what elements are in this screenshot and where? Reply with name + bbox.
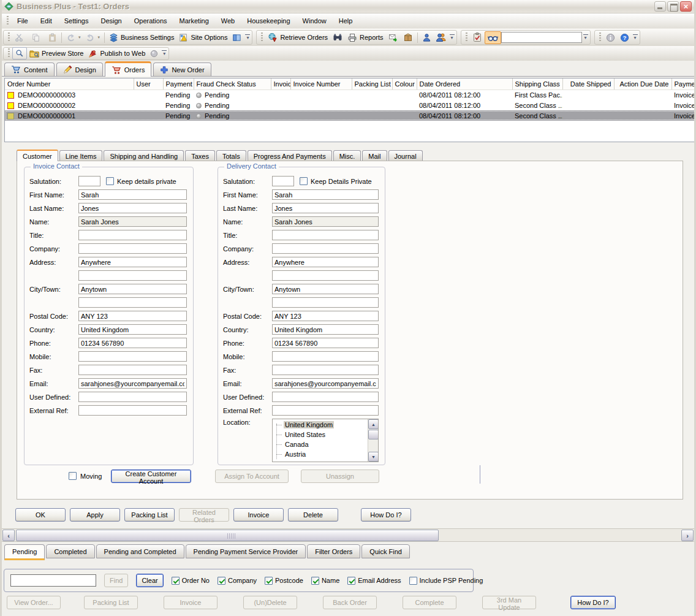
- tab-new-order[interactable]: New Order: [153, 63, 211, 76]
- tab-filter-orders[interactable]: Filter Orders: [307, 544, 360, 558]
- create-customer-account-button[interactable]: Create Customer Account: [111, 470, 191, 483]
- info-button[interactable]: [603, 32, 618, 44]
- toolbar-search-input[interactable]: [501, 32, 582, 43]
- scroll-up-icon[interactable]: ▲: [368, 419, 379, 429]
- tab-line-items[interactable]: Line Items: [59, 150, 103, 161]
- order-row-selected[interactable]: DEMO0000000001 Pending Pending 08/04/201…: [5, 110, 695, 121]
- menu-item-help[interactable]: Help: [333, 15, 359, 27]
- send-mail-button[interactable]: [386, 31, 401, 44]
- location-listbox[interactable]: United Kingdom United States Canada Aust…: [272, 419, 379, 462]
- delivery-company-input[interactable]: [272, 243, 379, 254]
- col-invoice-number[interactable]: Invoice Number: [290, 78, 352, 89]
- customer-button[interactable]: [420, 32, 434, 44]
- delivery-name-input[interactable]: [272, 216, 379, 227]
- horizontal-scrollbar[interactable]: ‹ ›: [2, 528, 694, 542]
- toolbar-overflow-icon[interactable]: ▾: [583, 34, 588, 41]
- location-item[interactable]: Austria: [273, 449, 368, 459]
- tab-orders[interactable]: Orders: [105, 61, 152, 77]
- menu-item-file[interactable]: File: [11, 15, 34, 27]
- email-address-checkbox[interactable]: [347, 577, 355, 585]
- paste-button[interactable]: [45, 32, 59, 44]
- col-user[interactable]: User: [134, 78, 163, 89]
- col-payment-method[interactable]: Payment: [671, 78, 695, 89]
- col-invoice[interactable]: Invoice: [271, 78, 290, 89]
- col-action-due-date[interactable]: Action Due Date: [614, 78, 671, 89]
- order-no-checkbox[interactable]: [172, 577, 180, 585]
- menu-item-edit[interactable]: Edit: [34, 15, 58, 27]
- invoice-external-ref-input[interactable]: [78, 405, 187, 416]
- tab-shipping-and-handling[interactable]: Shipping and Handling: [104, 150, 184, 161]
- invoice-city2-input[interactable]: [78, 297, 187, 308]
- tab-pending[interactable]: Pending: [4, 544, 45, 560]
- invoice-keep-private-checkbox[interactable]: [106, 177, 114, 185]
- menu-item-web[interactable]: Web: [215, 15, 241, 27]
- publish-to-web-button[interactable]: Publish to Web: [86, 48, 148, 59]
- invoice-postal-code-input[interactable]: [78, 311, 187, 321]
- delivery-email-input[interactable]: [272, 378, 379, 389]
- delivery-city-input[interactable]: [272, 284, 379, 294]
- col-date-ordered[interactable]: Date Ordered: [417, 78, 512, 89]
- include-psp-pending-checkbox[interactable]: [409, 577, 417, 585]
- undo-button[interactable]: ▾: [64, 32, 83, 44]
- invoice-address-input[interactable]: [78, 257, 187, 267]
- view-button[interactable]: [485, 31, 501, 44]
- scroll-left-icon[interactable]: ‹: [2, 530, 15, 541]
- invoice-salutation-input[interactable]: [78, 176, 100, 186]
- name-checkbox[interactable]: [311, 577, 319, 585]
- delivery-external-ref-input[interactable]: [272, 405, 379, 416]
- close-button[interactable]: ×: [680, 1, 692, 12]
- layout-button[interactable]: [230, 32, 244, 44]
- delivery-first-name-input[interactable]: [272, 189, 379, 200]
- toolbar-overflow-icon[interactable]: ▾: [162, 50, 167, 57]
- toolbar-overflow-icon[interactable]: ▾: [245, 34, 250, 41]
- delivery-title-input[interactable]: [272, 230, 379, 240]
- tab-totals[interactable]: Totals: [216, 150, 246, 161]
- tab-progress-and-payments[interactable]: Progress And Payments: [248, 150, 332, 161]
- tasks-button[interactable]: [470, 31, 485, 44]
- toolbar-overflow-icon[interactable]: ▾: [633, 34, 638, 41]
- location-scrollbar[interactable]: ▲ ▼: [368, 419, 378, 462]
- col-order-number[interactable]: Order Number: [5, 78, 134, 89]
- tab-content[interactable]: Content: [4, 63, 55, 76]
- delivery-city2-input[interactable]: [272, 297, 379, 308]
- delivery-last-name-input[interactable]: [272, 203, 379, 213]
- site-options-button[interactable]: Site Options: [176, 32, 230, 44]
- invoice-title-input[interactable]: [78, 230, 187, 240]
- customer-accounts-button[interactable]: [434, 31, 448, 44]
- preview-store-button[interactable]: Preview Store: [27, 48, 86, 59]
- col-shipping-class[interactable]: Shipping Class: [512, 78, 562, 89]
- tab-design[interactable]: Design: [56, 63, 103, 76]
- invoice-company-input[interactable]: [78, 243, 187, 254]
- order-search-input[interactable]: [10, 574, 96, 587]
- tab-mail[interactable]: Mail: [362, 150, 387, 161]
- tab-quick-find[interactable]: Quick Find: [361, 544, 410, 558]
- invoice-first-name-input[interactable]: [78, 189, 187, 200]
- delivery-fax-input[interactable]: [272, 365, 379, 375]
- delivery-salutation-input[interactable]: [272, 176, 294, 186]
- location-item[interactable]: Belgium: [273, 459, 368, 462]
- menu-item-design[interactable]: Design: [94, 15, 127, 27]
- minimize-button[interactable]: [654, 1, 666, 12]
- cut-button[interactable]: [12, 32, 29, 44]
- delivery-mobile-input[interactable]: [272, 351, 379, 362]
- copy-button[interactable]: [29, 32, 45, 44]
- apply-button[interactable]: Apply: [70, 508, 120, 522]
- col-payment[interactable]: Payment: [163, 78, 194, 89]
- preview-search-button[interactable]: [12, 47, 27, 59]
- delivery-country-input[interactable]: [272, 324, 379, 335]
- invoice-address2-input[interactable]: [78, 270, 187, 281]
- invoice-mobile-input[interactable]: [78, 351, 187, 362]
- location-item[interactable]: United States: [273, 430, 368, 439]
- clear-button[interactable]: Clear: [136, 574, 163, 587]
- menu-item-marketing[interactable]: Marketing: [173, 15, 215, 27]
- business-settings-button[interactable]: Business Settings: [107, 32, 176, 44]
- delivery-address2-input[interactable]: [272, 270, 379, 281]
- col-fraud-check-status[interactable]: Fraud Check Status: [194, 78, 271, 89]
- invoice-email-input[interactable]: [78, 378, 187, 389]
- scrollbar-thumb[interactable]: [16, 530, 439, 541]
- order-row[interactable]: DEMO0000000003 Pending Pending 08/04/201…: [5, 89, 695, 100]
- col-colour[interactable]: Colour: [392, 78, 417, 89]
- packing-list-button[interactable]: Packing List: [124, 508, 175, 522]
- tab-misc[interactable]: Misc.: [333, 150, 361, 161]
- col-packing-list[interactable]: Packing List: [352, 78, 392, 89]
